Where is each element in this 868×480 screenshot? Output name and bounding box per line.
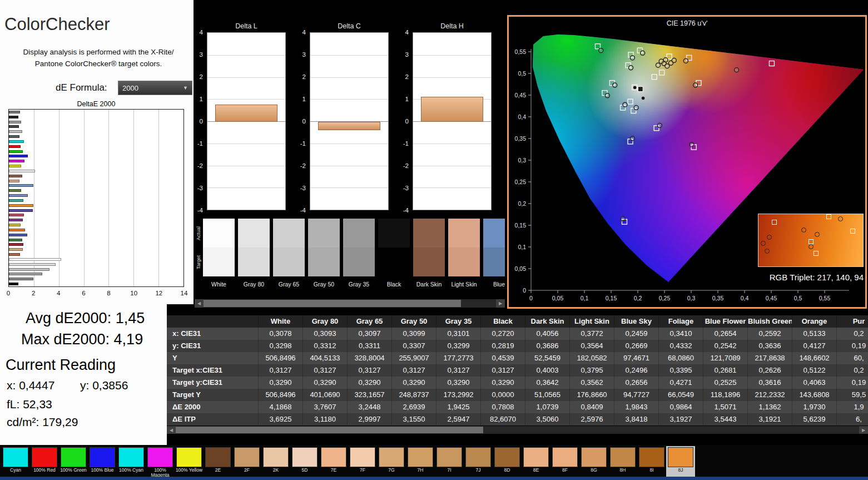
- inset-target-marker: [814, 251, 819, 256]
- toolbar-patch-2e[interactable]: 2E: [204, 446, 232, 478]
- toolbar-patch-7j[interactable]: 7J: [464, 446, 493, 478]
- toolbar-patch-2k[interactable]: 2K: [261, 446, 290, 478]
- scroll-track[interactable]: [176, 426, 859, 434]
- toolbar-patch-100-yellow[interactable]: 100% Yellow: [175, 446, 204, 478]
- gridline: [310, 55, 388, 56]
- de-bar: [9, 145, 21, 148]
- toolbar-patch-100-magenta[interactable]: 100% Magenta: [146, 446, 175, 478]
- toolbar-patch-8f[interactable]: 8F: [550, 446, 579, 478]
- y-tick-label: -3: [187, 184, 203, 192]
- table-cell: 0,3290: [392, 377, 437, 389]
- toolbar-patch-100-blue[interactable]: 100% Blue: [88, 446, 117, 478]
- table-cell: 0,3410: [659, 328, 703, 340]
- y-tick-label: -1: [290, 140, 306, 147]
- table-cell: 176,8660: [570, 389, 614, 401]
- patch-color-swatch: [408, 447, 433, 467]
- scroll-left-icon[interactable]: ◀: [195, 299, 204, 308]
- measured-marker: [599, 48, 603, 53]
- table-cell: 0,4056: [525, 328, 570, 340]
- measured-marker: [630, 56, 634, 60]
- patch-color-swatch: [234, 447, 260, 467]
- table-cell: 404,5133: [303, 352, 348, 364]
- table-cell: 0,2: [837, 364, 868, 377]
- toolbar-patch-2f[interactable]: 2F: [232, 446, 261, 478]
- de-formula-dropdown[interactable]: 2000 ▼: [118, 81, 192, 95]
- scroll-track[interactable]: [204, 299, 496, 308]
- swatch-strip-scrollbar[interactable]: ◀ ▶: [195, 299, 505, 308]
- table-cell: 0,3093: [303, 328, 348, 340]
- column-header: Black: [481, 315, 525, 328]
- column-header: White: [259, 315, 303, 328]
- table-cell: 3,1927: [659, 413, 703, 425]
- toolbar-patch-8e[interactable]: 8E: [522, 446, 550, 478]
- scroll-thumb[interactable]: [204, 300, 461, 307]
- toolbar-patch-8i[interactable]: 8I: [637, 446, 666, 478]
- toolbar-patch-8j[interactable]: 8J: [666, 446, 695, 478]
- patch-label: Cyan: [1, 468, 30, 473]
- toolbar-patch-7i[interactable]: 7I: [435, 446, 464, 478]
- patch-label: 2E: [204, 468, 232, 473]
- scroll-right-icon[interactable]: ▶: [859, 426, 868, 434]
- table-cell: 0,2459: [614, 328, 659, 340]
- scroll-thumb[interactable]: [176, 427, 483, 433]
- measured-marker: [672, 58, 676, 63]
- delta-c-y-axis: 43210-1-2-3-4: [292, 32, 307, 210]
- column-header: Gray 35: [437, 315, 481, 328]
- de-bar: [9, 283, 18, 285]
- target-swatch: [378, 248, 410, 276]
- measured-marker: [735, 68, 739, 72]
- patch-color-swatch: [494, 447, 520, 467]
- inset-measured-marker: [765, 249, 770, 254]
- scroll-right-icon[interactable]: ▶: [496, 299, 505, 308]
- table-cell: 0,3311: [348, 340, 392, 352]
- patch-label: 8F: [550, 468, 579, 473]
- table-cell: 0,3127: [392, 364, 437, 377]
- patch-label: 7F: [348, 468, 377, 473]
- toolbar-patch-7f[interactable]: 7F: [348, 446, 377, 478]
- y-tick-label: 4: [393, 28, 409, 36]
- y-tick-label: -1: [187, 140, 203, 147]
- delta-bar: [318, 122, 380, 130]
- table-cell: 0,3642: [525, 377, 570, 389]
- toolbar-patch-8d[interactable]: 8D: [493, 446, 522, 478]
- swatch-label: Dark Skin: [413, 281, 445, 288]
- patch-label: 8E: [522, 468, 550, 473]
- delta-l-title: Delta L: [207, 22, 286, 30]
- toolbar-patch-100-green[interactable]: 100% Green: [59, 446, 88, 478]
- y-tick-label: -4: [187, 206, 203, 214]
- row-label: Target Y: [167, 389, 259, 401]
- x-tick-label: 4: [57, 290, 60, 296]
- de-bar: [9, 263, 56, 266]
- table-cell: 0,2: [837, 328, 868, 340]
- patch-color-swatch: [3, 447, 28, 467]
- table-cell: 217,8638: [748, 352, 792, 364]
- x-tick-label: 0: [7, 290, 10, 296]
- table-scrollbar[interactable]: ◀ ▶: [167, 426, 868, 434]
- toolbar-patch-8g[interactable]: 8G: [579, 446, 608, 478]
- toolbar-patch-100-red[interactable]: 100% Red: [30, 446, 59, 478]
- y-tick-label: 0,45: [515, 92, 527, 98]
- actual-swatch: [483, 219, 505, 248]
- toolbar-patch-100-cyan[interactable]: 100% Cyan: [117, 446, 146, 478]
- de-bar: [9, 219, 23, 221]
- table-cell: 3,6925: [259, 413, 303, 425]
- table-cell: 1,1362: [748, 401, 792, 413]
- actual-swatch: [203, 219, 235, 248]
- toolbar-patch-8h[interactable]: 8H: [608, 446, 637, 478]
- toolbar-patch-cyan[interactable]: Cyan: [1, 446, 30, 478]
- measured-point: [641, 96, 644, 100]
- scroll-left-icon[interactable]: ◀: [167, 426, 176, 434]
- table-cell: 3,1180: [303, 413, 348, 425]
- de-formula-value: 2000: [122, 84, 138, 92]
- y-tick-label: -3: [393, 184, 409, 192]
- toolbar-patch-7h[interactable]: 7H: [406, 446, 435, 478]
- x-tick-label: 0,2: [634, 295, 642, 301]
- table-cell: 0,4539: [481, 352, 525, 364]
- toolbar-patch-5d[interactable]: 5D: [290, 446, 319, 478]
- table-row: Target Y506,8496401,0690323,1657248,8737…: [167, 389, 868, 401]
- toolbar-patch-7e[interactable]: 7E: [319, 446, 348, 478]
- patch-color-swatch: [465, 447, 491, 467]
- table-cell: 82,6070: [481, 413, 525, 425]
- swatch-strip-row: WhiteGray 80Gray 65Gray 50Gray 35BlackDa…: [203, 219, 505, 288]
- toolbar-patch-7g[interactable]: 7G: [377, 446, 406, 478]
